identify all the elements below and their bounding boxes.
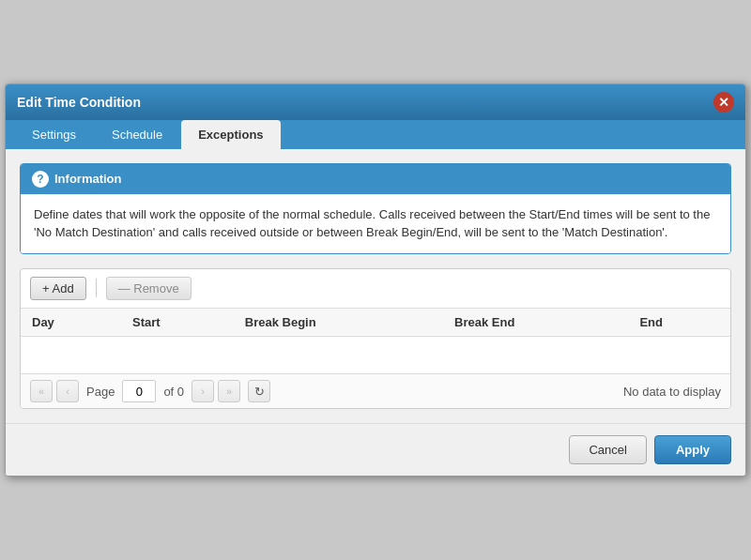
pagination-bar: « ‹ Page of 0 › » ↻ No data to display <box>21 373 730 408</box>
no-data-label: No data to display <box>623 385 721 399</box>
dialog-footer: Cancel Apply <box>6 423 745 476</box>
dialog-titlebar: Edit Time Condition ✕ <box>6 84 745 120</box>
info-box-header: ? Information <box>21 164 730 194</box>
info-box-text: Define dates that will work the opposite… <box>34 207 710 240</box>
edit-time-condition-dialog: Edit Time Condition ✕ Settings Schedule … <box>5 83 746 477</box>
remove-button[interactable]: — Remove <box>106 277 192 300</box>
page-input[interactable] <box>122 380 156 402</box>
dialog-title: Edit Time Condition <box>17 95 141 110</box>
col-end: End <box>628 309 730 337</box>
refresh-button[interactable]: ↻ <box>248 380 270 402</box>
info-box-title: Information <box>54 172 122 186</box>
tab-bar: Settings Schedule Exceptions <box>6 120 745 149</box>
toolbar-divider <box>96 279 97 297</box>
info-box: ? Information Define dates that will wor… <box>20 163 731 254</box>
page-of-label: of 0 <box>163 385 184 399</box>
col-break-end: Break End <box>443 309 628 337</box>
cancel-button[interactable]: Cancel <box>569 435 646 464</box>
add-button[interactable]: + Add <box>30 277 86 300</box>
col-start: Start <box>121 309 234 337</box>
page-label: Page <box>86 385 115 399</box>
prev-page-button[interactable]: ‹ <box>56 380 79 402</box>
table-toolbar: + Add — Remove <box>21 269 730 309</box>
col-day: Day <box>21 309 121 337</box>
last-page-button[interactable]: » <box>218 380 240 402</box>
first-page-button[interactable]: « <box>30 380 53 402</box>
info-box-body: Define dates that will work the opposite… <box>21 194 730 253</box>
tab-settings[interactable]: Settings <box>15 120 93 149</box>
tab-exceptions[interactable]: Exceptions <box>181 120 280 149</box>
tab-schedule[interactable]: Schedule <box>95 120 179 149</box>
dialog-body: ? Information Define dates that will wor… <box>6 149 745 424</box>
close-button[interactable]: ✕ <box>713 92 734 113</box>
next-page-button[interactable]: › <box>192 380 214 402</box>
exceptions-table: Day Start Break Begin Break End End <box>21 309 730 374</box>
exceptions-table-section: + Add — Remove Day Start Break Begin Bre… <box>20 268 731 410</box>
col-break-begin: Break Begin <box>234 309 443 337</box>
pagination-controls: « ‹ Page of 0 › » ↻ <box>30 380 270 402</box>
apply-button[interactable]: Apply <box>654 435 731 464</box>
info-icon: ? <box>32 171 49 188</box>
